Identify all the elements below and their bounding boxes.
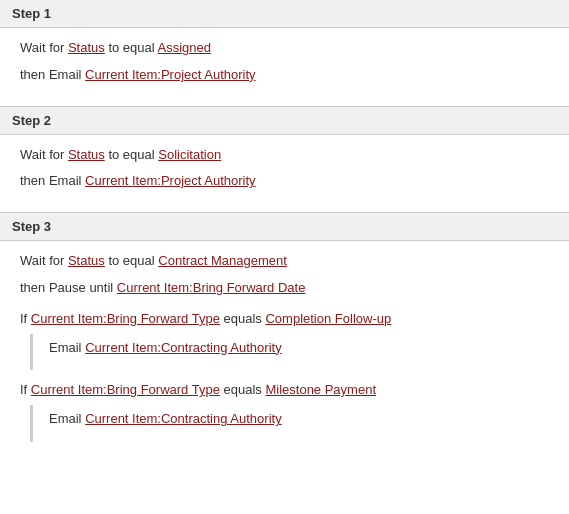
workflow-link[interactable]: Current Item:Bring Forward Date <box>117 280 306 295</box>
step-line: then Email Current Item:Project Authorit… <box>20 171 549 192</box>
workflow-link[interactable]: Milestone Payment <box>265 382 376 397</box>
step-header-2: Step 2 <box>0 106 569 135</box>
workflow-link[interactable]: Current Item:Bring Forward Type <box>31 382 220 397</box>
if-action-block: Email Current Item:Contracting Authority <box>30 334 549 371</box>
workflow-link[interactable]: Status <box>68 253 105 268</box>
step-header-1: Step 1 <box>0 0 569 28</box>
workflow-link[interactable]: Solicitation <box>158 147 221 162</box>
workflow-link[interactable]: Current Item:Bring Forward Type <box>31 311 220 326</box>
workflow-link[interactable]: Completion Follow-up <box>265 311 391 326</box>
workflow-container: Step 1Wait for Status to equal Assignedt… <box>0 0 569 466</box>
step-line: Wait for Status to equal Assigned <box>20 38 549 59</box>
if-condition: If Current Item:Bring Forward Type equal… <box>20 380 549 401</box>
if-action-block: Email Current Item:Contracting Authority <box>30 405 549 442</box>
workflow-link[interactable]: Status <box>68 147 105 162</box>
workflow-link[interactable]: Current Item:Project Authority <box>85 67 256 82</box>
step-line: then Pause until Current Item:Bring Forw… <box>20 278 549 299</box>
step-body-2: Wait for Status to equal Solicitationthe… <box>0 135 569 213</box>
if-action: Email Current Item:Contracting Authority <box>49 338 549 359</box>
workflow-link[interactable]: Current Item:Contracting Authority <box>85 340 282 355</box>
step-body-1: Wait for Status to equal Assignedthen Em… <box>0 28 569 106</box>
workflow-link[interactable]: Current Item:Project Authority <box>85 173 256 188</box>
workflow-link[interactable]: Contract Management <box>158 253 287 268</box>
if-action: Email Current Item:Contracting Authority <box>49 409 549 430</box>
step-line: then Email Current Item:Project Authorit… <box>20 65 549 86</box>
workflow-link[interactable]: Assigned <box>158 40 211 55</box>
if-condition: If Current Item:Bring Forward Type equal… <box>20 309 549 330</box>
step-line: Wait for Status to equal Solicitation <box>20 145 549 166</box>
workflow-link[interactable]: Current Item:Contracting Authority <box>85 411 282 426</box>
step-line: Wait for Status to equal Contract Manage… <box>20 251 549 272</box>
workflow-link[interactable]: Status <box>68 40 105 55</box>
step-body-3: Wait for Status to equal Contract Manage… <box>0 241 569 466</box>
step-header-3: Step 3 <box>0 212 569 241</box>
